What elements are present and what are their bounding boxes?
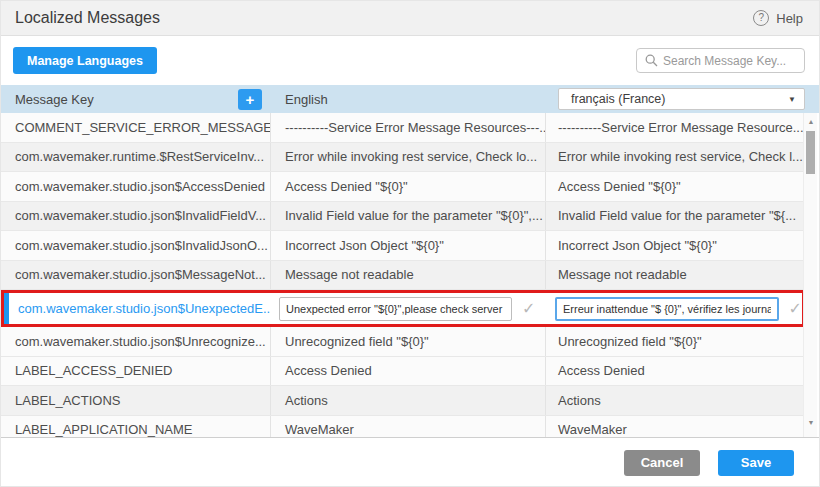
french-cell: ----------Service Error Message Resource… (546, 113, 805, 142)
table-row[interactable]: LABEL_ACCESS_DENIED Access Denied Access… (1, 357, 805, 387)
table-row[interactable]: LABEL_ACTIONS Actions Actions (1, 386, 805, 416)
english-cell: Message not readable (271, 261, 546, 290)
english-cell: Error while invoking rest service, Check… (271, 143, 546, 172)
french-cell: Message not readable (546, 261, 805, 290)
message-key-cell: LABEL_ACCESS_DENIED (1, 357, 271, 386)
table-body: COMMENT_SERVICE_ERROR_MESSAGES ---------… (1, 113, 819, 438)
toolbar: Manage Languages (1, 36, 819, 85)
english-cell: Actions (271, 386, 546, 415)
french-cell: Unrecognized field "${0}" (546, 327, 805, 356)
message-key-header-label: Message Key (15, 92, 94, 107)
message-key-cell: com.wavemaker.runtime.$RestServiceInv... (1, 143, 271, 172)
selected-row-accent (4, 293, 9, 324)
help-question-icon: ? (753, 10, 769, 26)
add-message-key-button[interactable]: + (238, 89, 262, 110)
english-cell: Incorrect Json Object "${0}" (271, 231, 546, 260)
french-cell-editing: ✓ (546, 293, 802, 324)
english-cell: Access Denied (271, 357, 546, 386)
english-cell: Access Denied "${0}" (271, 172, 546, 201)
table-row-editing[interactable]: com.wavemaker.studio.json$UnexpectedE...… (1, 290, 805, 327)
scroll-down-icon[interactable]: ▼ (804, 416, 818, 430)
message-key-cell: com.wavemaker.studio.json$MessageNot... (1, 261, 271, 290)
french-value-input[interactable] (555, 297, 779, 321)
table-row[interactable]: com.wavemaker.runtime.$RestServiceInv...… (1, 143, 805, 173)
message-key-cell: LABEL_ACTIONS (1, 386, 271, 415)
english-cell: WaveMaker (271, 416, 546, 439)
table-row[interactable]: com.wavemaker.studio.json$Unrecognize...… (1, 327, 805, 357)
french-cell: Error while invoking rest service, Check… (546, 143, 805, 172)
table-header: Message Key + English français (France) … (1, 85, 819, 113)
language-select[interactable]: français (France) ▼ (558, 88, 805, 110)
confirm-check-icon[interactable]: ✓ (522, 301, 535, 317)
message-key-cell: COMMENT_SERVICE_ERROR_MESSAGES (1, 113, 271, 142)
table-row[interactable]: com.wavemaker.studio.json$InvalidFieldV.… (1, 202, 805, 232)
scroll-up-icon[interactable]: ▲ (804, 115, 818, 129)
help-button[interactable]: ? Help (753, 10, 803, 26)
page-title: Localized Messages (15, 9, 160, 27)
save-button[interactable]: Save (718, 450, 794, 476)
search-input[interactable] (637, 49, 804, 72)
manage-languages-button[interactable]: Manage Languages (13, 47, 157, 74)
column-header-english: English (271, 92, 546, 107)
message-key-cell: com.wavemaker.studio.json$InvalidJsonO..… (1, 231, 271, 260)
english-cell-editing: ✓ (271, 293, 546, 324)
english-cell: ----------Service Error Message Resource… (271, 113, 546, 142)
message-key-link[interactable]: com.wavemaker.studio.json$UnexpectedE... (18, 301, 271, 316)
column-header-language: français (France) ▼ (546, 88, 819, 110)
scrollbar-thumb[interactable] (806, 131, 815, 174)
message-key-cell: com.wavemaker.studio.json$InvalidFieldV.… (1, 202, 271, 231)
search-icon (645, 54, 658, 67)
english-value-input[interactable] (279, 297, 512, 321)
footer-actions: Cancel Save (1, 438, 819, 487)
vertical-scrollbar[interactable]: ▲ ▼ (803, 113, 817, 438)
table-row[interactable]: com.wavemaker.studio.json$AccessDenied A… (1, 172, 805, 202)
table-row[interactable]: com.wavemaker.studio.json$MessageNot... … (1, 261, 805, 291)
title-bar: Localized Messages ? Help (1, 1, 819, 36)
confirm-check-icon[interactable]: ✓ (789, 301, 802, 317)
french-cell: Access Denied (546, 357, 805, 386)
table-rows: COMMENT_SERVICE_ERROR_MESSAGES ---------… (1, 113, 805, 438)
table-row[interactable]: com.wavemaker.studio.json$InvalidJsonO..… (1, 231, 805, 261)
chevron-down-icon: ▼ (788, 95, 796, 104)
language-select-value: français (France) (571, 92, 665, 106)
french-cell: Access Denied "${0}" (546, 172, 805, 201)
french-cell: WaveMaker (546, 416, 805, 439)
message-key-cell: com.wavemaker.studio.json$UnexpectedE... (4, 293, 271, 324)
column-header-message-key: Message Key + (1, 89, 271, 110)
message-key-cell: com.wavemaker.studio.json$AccessDenied (1, 172, 271, 201)
search-box (636, 48, 805, 73)
cancel-button[interactable]: Cancel (624, 450, 700, 476)
french-cell: Invalid Field value for the parameter "$… (546, 202, 805, 231)
english-cell: Invalid Field value for the parameter "$… (271, 202, 546, 231)
french-cell: Actions (546, 386, 805, 415)
message-key-cell: com.wavemaker.studio.json$Unrecognize... (1, 327, 271, 356)
french-cell: Incorrect Json Object "${0}" (546, 231, 805, 260)
message-key-cell: LABEL_APPLICATION_NAME (1, 416, 271, 439)
localized-messages-panel: Localized Messages ? Help Manage Languag… (0, 0, 820, 487)
table-row[interactable]: COMMENT_SERVICE_ERROR_MESSAGES ---------… (1, 113, 805, 143)
help-label: Help (776, 11, 803, 26)
english-cell: Unrecognized field "${0}" (271, 327, 546, 356)
table-row[interactable]: LABEL_APPLICATION_NAME WaveMaker WaveMak… (1, 416, 805, 439)
